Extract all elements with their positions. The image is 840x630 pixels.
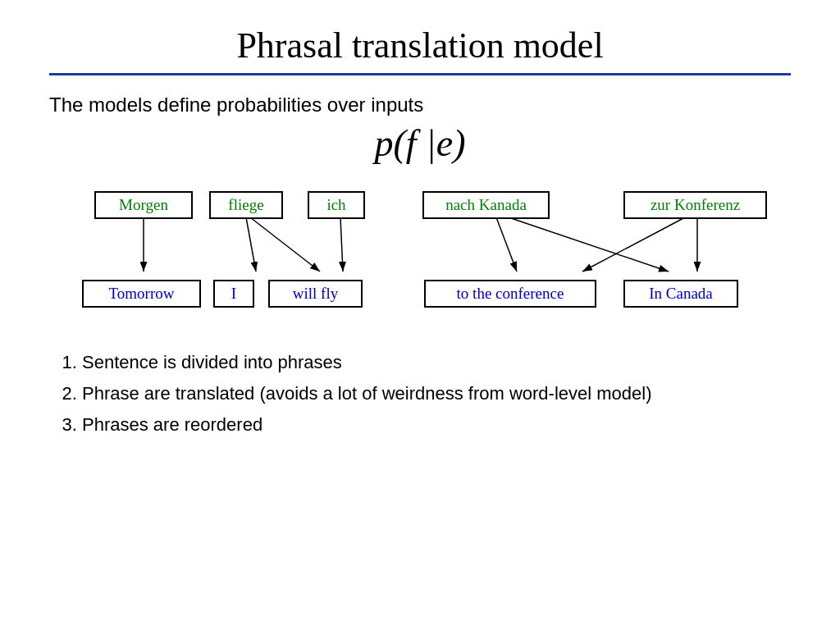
box-ich: ich: [308, 191, 365, 219]
svg-line-7: [509, 217, 669, 272]
slide-title: Phrasal translation model: [49, 25, 791, 66]
box-in-canada: In Canada: [623, 280, 738, 308]
box-zur-konferenz: zur Konferenz: [623, 191, 767, 219]
list-item-1: Sentence is divided into phrases: [82, 349, 791, 377]
box-tomorrow: Tomorrow: [82, 280, 201, 308]
box-fliege: fliege: [209, 191, 283, 219]
phrase-diagram: Morgen fliege ich nach Kanada zur Konfer…: [49, 183, 791, 331]
box-to-the-conference: to the conference: [424, 280, 596, 308]
svg-line-2: [246, 217, 256, 272]
svg-line-8: [582, 217, 685, 272]
box-morgen: Morgen: [94, 191, 193, 219]
formula: p(f |e): [49, 121, 791, 165]
svg-line-3: [340, 217, 343, 272]
intro-text: The models define probabilities over inp…: [49, 94, 791, 116]
box-nach-kanada: nach Kanada: [422, 191, 550, 219]
slide: Phrasal translation model The models def…: [0, 0, 840, 630]
divider-line: [49, 73, 791, 75]
box-i: I: [213, 280, 254, 308]
svg-line-4: [250, 217, 320, 272]
list-item-3: Phrases are reordered: [82, 411, 791, 439]
box-will-fly: will fly: [268, 280, 363, 308]
list-items: Sentence is divided into phrases Phrase …: [82, 349, 791, 439]
summary-list: Sentence is divided into phrases Phrase …: [49, 349, 791, 442]
svg-line-5: [496, 217, 517, 272]
list-item-2: Phrase are translated (avoids a lot of w…: [82, 380, 791, 408]
